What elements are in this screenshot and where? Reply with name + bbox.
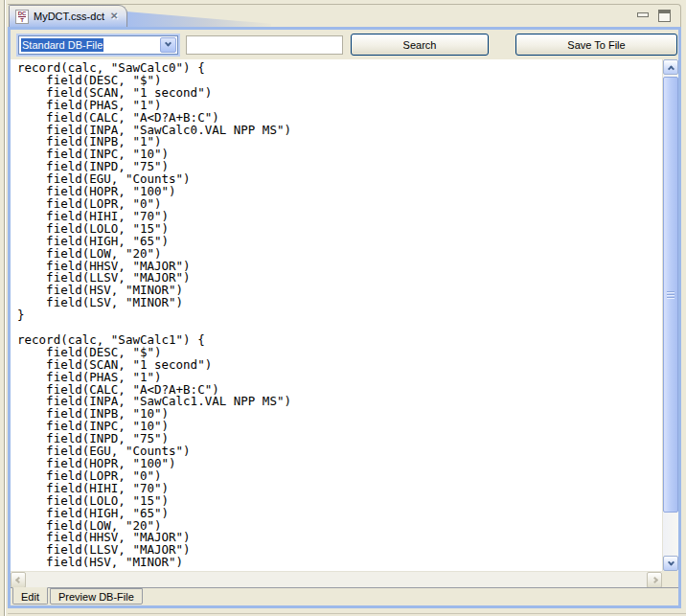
file-type-dropdown[interactable]: Standard DB-File	[18, 35, 178, 55]
file-type-dropdown-value: Standard DB-File	[19, 38, 160, 52]
view-window-controls	[637, 10, 671, 22]
chevron-down-icon	[165, 40, 172, 47]
horizontal-scroll-track[interactable]	[26, 572, 647, 587]
scroll-left-icon	[14, 577, 21, 583]
dropdown-arrow-button[interactable]	[160, 37, 176, 53]
scroll-down-icon	[667, 559, 674, 565]
scroll-down-button[interactable]	[663, 556, 678, 571]
horizontal-scrollbar[interactable]	[11, 571, 662, 587]
dct-editor-pane: DC T MyDCT.css-dct ✕ Standard DB-File Se…	[8, 4, 681, 608]
scroll-up-button[interactable]	[663, 59, 678, 75]
editor-toolbar: Standard DB-File Search Save To File	[11, 30, 678, 59]
scroll-up-icon	[667, 65, 674, 72]
tab-edit[interactable]: Edit	[12, 587, 48, 605]
save-to-file-button[interactable]: Save To File	[515, 34, 677, 56]
code-region: record(calc, "SawCalc0") { field(DESC, "…	[11, 59, 678, 587]
view-sash[interactable]	[4, 0, 6, 616]
bottom-tab-bar: Edit Preview DB-File	[11, 587, 678, 605]
search-input[interactable]	[186, 35, 343, 55]
minimize-icon[interactable]	[637, 12, 649, 17]
bottom-sash	[8, 613, 686, 614]
maximize-icon[interactable]	[658, 10, 671, 22]
tab-swoosh-decoration	[126, 5, 271, 27]
vertical-scroll-track[interactable]	[663, 75, 678, 556]
dct-file-icon: DC T	[15, 10, 29, 24]
vertical-scroll-thumb[interactable]	[663, 77, 678, 513]
search-button[interactable]: Search	[351, 34, 489, 56]
editor-tab-bar: DC T MyDCT.css-dct ✕	[8, 4, 681, 27]
scrollbar-corner	[662, 571, 678, 587]
vertical-scrollbar[interactable]	[662, 59, 678, 571]
scroll-left-button[interactable]	[11, 572, 26, 588]
tab-preview-db-file[interactable]: Preview DB-File	[50, 588, 143, 605]
editor-content: Standard DB-File Search Save To File rec…	[8, 27, 681, 608]
editor-tab-mydct[interactable]: DC T MyDCT.css-dct ✕	[9, 5, 127, 27]
editor-tab-title: MyDCT.css-dct	[34, 11, 104, 22]
scroll-right-icon	[651, 577, 657, 583]
scroll-thumb-grip	[667, 291, 675, 299]
code-editor[interactable]: record(calc, "SawCalc0") { field(DESC, "…	[11, 59, 662, 571]
scroll-right-button[interactable]	[647, 572, 662, 588]
close-icon[interactable]: ✕	[109, 11, 119, 22]
